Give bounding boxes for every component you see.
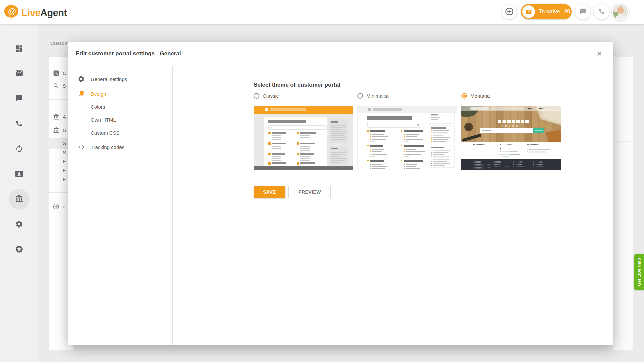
bg-row-portal-a: A [52,114,66,120]
to-solve-count: 20 [564,9,570,15]
bg-row-portal-g: G [52,127,67,133]
calls-overview-button[interactable] [594,4,609,20]
modal-nav-custom-css[interactable]: Custom CSS [68,128,173,138]
theme-preview-minimalist[interactable] [357,106,457,170]
modal-nav-colors[interactable]: Colors [68,102,173,112]
plus-circle-icon [505,7,514,17]
sidebar-item-tickets[interactable] [11,66,27,82]
top-header: @ LiveAgent To solve 20 [0,0,644,24]
svg-text:@: @ [8,7,16,16]
modal-nav-own-html[interactable]: Own HTML [68,115,173,125]
background-page-title: Custom [50,40,69,46]
to-solve-button[interactable]: To solve 20 [521,4,572,19]
mail-icon [15,69,23,79]
bank-icon [52,127,60,133]
bg-row-search: S [52,83,66,89]
sidebar-item-contacts[interactable] [11,166,27,182]
sidebar-item-social[interactable] [11,141,27,158]
theme-radio-classic[interactable] [254,93,259,99]
image-search-icon [52,70,60,76]
modal-content: Select theme of customer portal Classic … [185,66,613,345]
envelope-icon [522,5,535,18]
bank-icon [15,195,23,204]
search-icon [52,83,60,89]
contact-card-icon [15,170,23,179]
design-icon [77,90,86,97]
sidebar-item-customer-portal[interactable] [11,191,27,207]
add-new-button[interactable] [502,5,517,19]
to-solve-label: To solve [539,9,560,15]
modal-header: Edit customer portal settings - General … [68,42,613,66]
theme-option-montana[interactable]: Montana [461,93,490,99]
sidebar-item-gamification[interactable] [11,242,27,258]
theme-option-classic[interactable]: Classic [254,93,279,99]
liveagent-logo[interactable]: @ LiveAgent [3,4,67,21]
theme-option-minimalist[interactable]: Minimalist [357,93,389,99]
sidebar-item-configuration[interactable] [11,217,27,233]
user-avatar[interactable] [612,3,629,20]
modal-settings-nav: General settings Design Colors Own HTML … [68,66,173,345]
get-live-help-tab[interactable]: Get Live Help [634,254,644,290]
bank-icon [52,114,60,120]
main-sidebar [0,24,38,362]
edit-portal-settings-modal: Edit customer portal settings - General … [68,42,613,345]
modal-nav-design[interactable]: Design [68,88,173,99]
theme-preview-classic[interactable] [254,106,353,170]
star-circle-icon [15,245,23,255]
get-live-help-label: Get Live Help [637,258,642,286]
refresh-circle-icon [15,145,23,155]
gear-icon [77,76,86,82]
sidebar-item-chats[interactable] [11,91,27,107]
phone-icon [598,8,605,16]
avatar-image [613,4,628,19]
logo-wordmark: LiveAgent [21,7,67,18]
theme-preview-montana[interactable] [461,106,561,170]
close-icon[interactable]: × [594,48,605,59]
background-table-strip [613,57,633,350]
add-circle-icon [52,203,60,210]
modal-nav-general-settings[interactable]: General settings [68,74,173,84]
preview-button[interactable]: PREVIEW [288,186,331,198]
bg-row-create: c [52,203,65,210]
liveagent-logo-icon: @ [3,4,19,21]
sidebar-item-calls[interactable] [11,116,27,132]
theme-section-heading: Select theme of customer portal [254,82,340,88]
modal-title: Edit customer portal settings - General [76,50,181,57]
chats-overview-button[interactable] [575,4,591,20]
save-button[interactable]: SAVE [254,186,285,198]
modal-nav-tracking-codes[interactable]: Tracking codes [68,142,173,152]
dashboard-icon [15,44,23,54]
bg-row-search-card: C [52,70,66,76]
chat-icon [15,94,23,104]
phone-icon [15,119,23,129]
chat-bubble-icon [580,8,586,16]
theme-radio-montana[interactable] [461,93,467,99]
code-icon [77,144,86,150]
gear-icon [15,220,23,230]
sidebar-item-dashboard[interactable] [11,41,27,57]
theme-radio-minimalist[interactable] [357,93,363,99]
